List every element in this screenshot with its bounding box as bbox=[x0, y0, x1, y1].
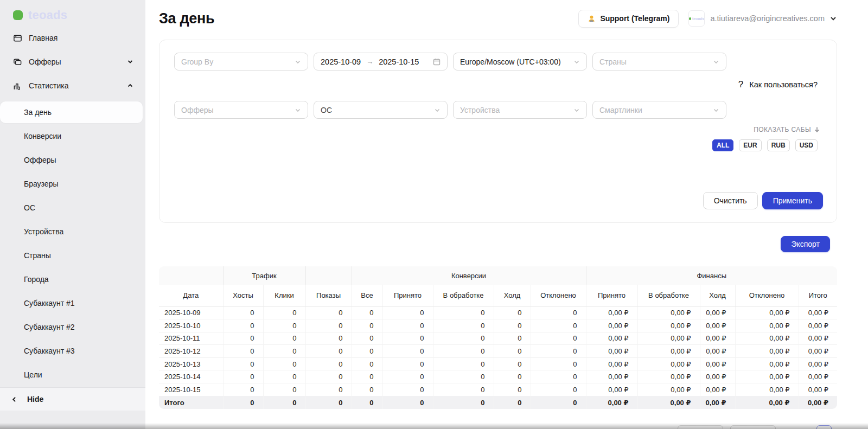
value-cell: 0 bbox=[531, 357, 586, 370]
apply-button[interactable]: Применить bbox=[762, 192, 823, 209]
sidebar-collapse-button[interactable]: Hide bbox=[0, 387, 145, 411]
pagination-control[interactable] bbox=[678, 425, 723, 429]
value-cell: 0 bbox=[263, 345, 305, 358]
export-button[interactable]: Экспорт bbox=[781, 236, 830, 252]
smartlinks-select[interactable]: Смартлинки bbox=[592, 101, 726, 119]
chevron-down-icon[interactable] bbox=[829, 15, 837, 22]
value-cell: 0 bbox=[382, 370, 433, 383]
value-cell: 0 bbox=[305, 319, 352, 332]
clear-button[interactable]: Очистить bbox=[703, 192, 758, 209]
sidebar-item-statistics[interactable]: Статистика bbox=[0, 74, 145, 98]
pagination-page-button[interactable] bbox=[816, 425, 832, 429]
date-range-arrow: → bbox=[366, 57, 373, 66]
date-to-value[interactable]: 2025-10-15 bbox=[379, 57, 419, 66]
submenu-item-offers[interactable]: Офферы bbox=[0, 148, 145, 172]
chevron-down-icon bbox=[295, 59, 301, 65]
os-select[interactable]: ОС bbox=[314, 101, 448, 119]
value-cell: 0,00 ₽ bbox=[735, 345, 799, 358]
submenu-item-browsers[interactable]: Браузеры bbox=[0, 172, 145, 196]
value-cell: 0,00 ₽ bbox=[799, 345, 837, 358]
submenu-item-countries[interactable]: Страны bbox=[0, 244, 145, 267]
offers-placeholder: Офферы bbox=[181, 106, 214, 114]
submenu-item-os[interactable]: ОС bbox=[0, 196, 145, 220]
how-to-use-link[interactable]: ? Как пользоваться? bbox=[738, 79, 818, 90]
value-cell: 0,00 ₽ bbox=[735, 306, 799, 319]
submenu-item-cities[interactable]: Города bbox=[0, 267, 145, 291]
pagination-control[interactable] bbox=[730, 425, 776, 429]
offers-select[interactable]: Офферы bbox=[174, 101, 308, 119]
date-cell: 2025-10-14 bbox=[159, 370, 223, 383]
chevron-down-icon bbox=[434, 107, 441, 113]
submenu-item-label: Офферы bbox=[24, 156, 56, 164]
value-cell: 0,00 ₽ bbox=[735, 357, 799, 370]
date-cell: Итого bbox=[159, 396, 223, 409]
group-header-traffic: Трафик bbox=[223, 266, 305, 285]
date-from-value[interactable]: 2025-10-09 bbox=[321, 57, 361, 66]
date-range-picker[interactable]: 2025-10-09 → 2025-10-15 bbox=[314, 53, 448, 71]
show-subs-toggle[interactable]: ПОКАЗАТЬ САБЫ bbox=[754, 126, 820, 133]
value-cell: 0 bbox=[433, 370, 494, 383]
currency-toggle-group: ALL EUR RUB USD bbox=[712, 139, 818, 151]
submenu-item-goals[interactable]: Цели bbox=[0, 363, 145, 387]
sidebar-item-offers[interactable]: Офферы bbox=[0, 50, 145, 74]
browser-window-icon bbox=[13, 34, 22, 43]
value-cell: 0 bbox=[263, 306, 305, 319]
value-cell: 0 bbox=[305, 345, 352, 358]
statistics-submenu: За день Конверсии Офферы Браузеры ОС Уст… bbox=[0, 100, 145, 387]
brand-name: teoads bbox=[28, 8, 67, 22]
support-telegram-button[interactable]: Support (Telegram) bbox=[578, 10, 679, 28]
support-button-label: Support (Telegram) bbox=[600, 14, 669, 23]
statistics-table: Трафик Конверсии Финансы Дата Хосты Клик… bbox=[159, 266, 837, 409]
value-cell: 0 bbox=[531, 383, 586, 396]
submenu-item-devices[interactable]: Устройства bbox=[0, 220, 145, 244]
devices-select[interactable]: Устройства bbox=[453, 101, 587, 119]
value-cell: 0 bbox=[382, 396, 433, 409]
timezone-select[interactable]: Europe/Moscow (UTC+03:00) bbox=[453, 53, 587, 71]
currency-usd-button[interactable]: USD bbox=[795, 139, 818, 151]
value-cell: 0,00 ₽ bbox=[700, 370, 735, 383]
value-cell: 0,00 ₽ bbox=[586, 357, 637, 370]
header-actions: Support (Telegram) teoads a.tiutiareva@o… bbox=[578, 10, 837, 28]
group-by-placeholder: Group By bbox=[181, 57, 213, 66]
countries-select[interactable]: Страны bbox=[592, 53, 726, 71]
app: teoads Главная Офферы Статистика За день… bbox=[0, 0, 868, 429]
submenu-item-subaccount-3[interactable]: Субаккаунт #3 bbox=[0, 339, 145, 363]
smartlinks-placeholder: Смартлинки bbox=[599, 106, 642, 114]
value-cell: 0,00 ₽ bbox=[700, 383, 735, 396]
value-cell: 0,00 ₽ bbox=[637, 306, 700, 319]
currency-all-button[interactable]: ALL bbox=[712, 139, 733, 151]
submenu-item-conversions[interactable]: Конверсии bbox=[0, 124, 145, 148]
submenu-item-subaccount-2[interactable]: Субаккаунт #2 bbox=[0, 315, 145, 339]
submenu-item-subaccount-1[interactable]: Субаккаунт #1 bbox=[0, 291, 145, 315]
support-agent-icon bbox=[588, 15, 596, 23]
value-cell: 0 bbox=[531, 319, 586, 332]
currency-rub-button[interactable]: RUB bbox=[767, 139, 790, 151]
brand-logo[interactable]: teoads bbox=[0, 0, 145, 26]
group-header-empty bbox=[159, 266, 223, 285]
value-cell: 0 bbox=[433, 345, 494, 358]
currency-eur-button[interactable]: EUR bbox=[739, 139, 761, 151]
value-cell: 0 bbox=[305, 396, 352, 409]
column-header-accepted: Принято bbox=[382, 285, 433, 306]
value-cell: 0 bbox=[494, 319, 531, 332]
date-cell: 2025-10-13 bbox=[159, 357, 223, 370]
table-column-header-row: Дата Хосты Клики Показы Все Принято В об… bbox=[159, 285, 837, 306]
table-total-row: Итого000000000,00 ₽0,00 ₽0,00 ₽0,00 ₽0,0… bbox=[159, 396, 837, 409]
value-cell: 0 bbox=[223, 383, 263, 396]
sidebar-item-home[interactable]: Главная bbox=[0, 26, 145, 50]
group-by-select[interactable]: Group By bbox=[174, 53, 308, 71]
avatar[interactable]: teoads bbox=[688, 10, 705, 27]
value-cell: 0,00 ₽ bbox=[700, 319, 735, 332]
user-email: a.tiutiareva@origincreatives.com bbox=[710, 14, 825, 23]
column-header-date: Дата bbox=[159, 285, 223, 306]
table-row: 2025-10-15000000000,00 ₽0,00 ₽0,00 ₽0,00… bbox=[159, 383, 837, 396]
main-content: За день Support (Telegram) teoads a.tiut… bbox=[145, 0, 868, 429]
submenu-item-per-day[interactable]: За день bbox=[0, 101, 143, 123]
date-cell: 2025-10-09 bbox=[159, 306, 223, 319]
submenu-item-label: За день bbox=[24, 108, 52, 117]
value-cell: 0,00 ₽ bbox=[637, 332, 700, 345]
value-cell: 0 bbox=[382, 345, 433, 358]
value-cell: 0 bbox=[382, 306, 433, 319]
brand-logo-icon bbox=[13, 10, 23, 20]
value-cell: 0,00 ₽ bbox=[637, 396, 700, 409]
